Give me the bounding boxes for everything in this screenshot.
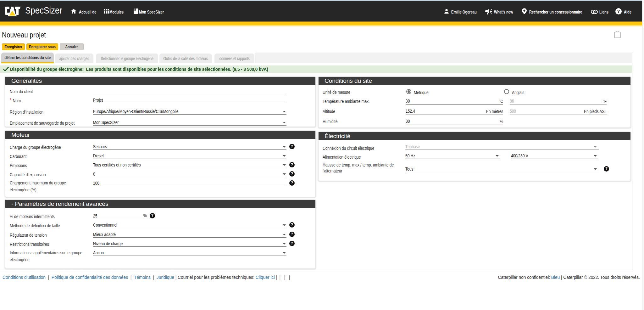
svg-text:?: ? — [617, 9, 620, 14]
